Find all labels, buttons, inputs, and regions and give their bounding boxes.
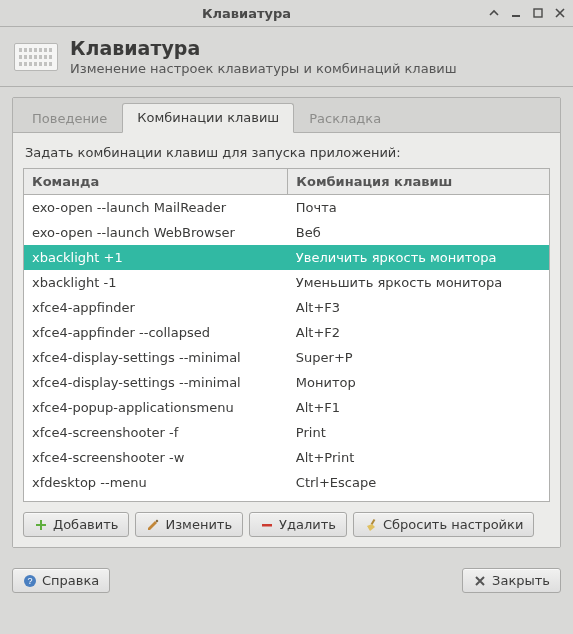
cell-command: xfce4-display-settings --minimal [24, 345, 288, 370]
table-row[interactable]: xfce4-popup-applicationsmenuAlt+F1 [24, 395, 549, 420]
action-buttons: Добавить Изменить Удалить [23, 512, 550, 537]
cell-shortcut: Alt+F3 [288, 295, 549, 320]
tab-bar: Поведение Комбинации клавиш Раскладка [13, 98, 560, 133]
title-bar: Клавиатура [0, 0, 573, 27]
reset-button[interactable]: Сбросить настройки [353, 512, 534, 537]
svg-rect-0 [512, 15, 520, 17]
page-subtitle: Изменение настроек клавиатуры и комбинац… [70, 61, 457, 76]
tabs-container: Поведение Комбинации клавиш Раскладка За… [12, 97, 561, 548]
minimize-button[interactable] [509, 6, 523, 20]
shade-button[interactable] [487, 6, 501, 20]
cell-shortcut: Alt+F2 [288, 320, 549, 345]
cell-shortcut: Уменьшить яркость монитора [288, 270, 549, 295]
broom-icon [364, 518, 378, 532]
add-button-label: Добавить [53, 517, 118, 532]
svg-rect-4 [156, 519, 159, 522]
reset-button-label: Сбросить настройки [383, 517, 523, 532]
cell-command: xfce4-screenshooter -f [24, 420, 288, 445]
header: Клавиатура Изменение настроек клавиатуры… [0, 27, 573, 87]
add-button[interactable]: Добавить [23, 512, 129, 537]
cell-shortcut: Монитор [288, 370, 549, 395]
col-command[interactable]: Команда [24, 169, 288, 195]
minus-icon [260, 518, 274, 532]
edit-button[interactable]: Изменить [135, 512, 243, 537]
cell-command: xfce4-display-settings --minimal [24, 370, 288, 395]
cell-command: xfce4-screenshooter -w [24, 445, 288, 470]
cell-shortcut: Ctrl+Escape [288, 470, 549, 495]
table-row[interactable]: xfce4-screenshooter -wAlt+Print [24, 445, 549, 470]
footer: ? Справка Закрыть [0, 558, 573, 605]
cell-command: xfce4-appfinder [24, 295, 288, 320]
tab-behaviour[interactable]: Поведение [17, 104, 122, 133]
keyboard-icon [14, 43, 58, 71]
remove-button[interactable]: Удалить [249, 512, 347, 537]
col-shortcut[interactable]: Комбинация клавиш [288, 169, 549, 195]
plus-icon [34, 518, 48, 532]
close-icon [473, 574, 487, 588]
pencil-icon [146, 518, 160, 532]
cell-command: xfce4-appfinder --collapsed [24, 320, 288, 345]
table-row[interactable]: xfce4-appfinder --collapsedAlt+F2 [24, 320, 549, 345]
content: Поведение Комбинации клавиш Раскладка За… [0, 87, 573, 558]
cell-shortcut: Alt+Print [288, 445, 549, 470]
svg-text:?: ? [27, 576, 32, 586]
svg-rect-1 [534, 9, 542, 17]
table-row[interactable]: xfdesktop --menuCtrl+Escape [24, 470, 549, 495]
window-title: Клавиатура [6, 6, 487, 21]
cell-shortcut: Alt+F1 [288, 395, 549, 420]
table-row[interactable]: xfce4-screenshooter -fPrint [24, 420, 549, 445]
maximize-button[interactable] [531, 6, 545, 20]
table-row[interactable]: xbacklight +1Увеличить яркость монитора [24, 245, 549, 270]
help-icon: ? [23, 574, 37, 588]
window-buttons [487, 6, 567, 20]
table-row[interactable]: xfce4-display-settings --minimalМонитор [24, 370, 549, 395]
edit-button-label: Изменить [165, 517, 232, 532]
cell-shortcut: Почта [288, 195, 549, 221]
tab-page-shortcuts: Задать комбинации клавиш для запуска при… [13, 133, 560, 547]
table-row[interactable]: xfce4-display-settings --minimalSuper+P [24, 345, 549, 370]
cell-shortcut: Веб [288, 220, 549, 245]
table-row[interactable]: exo-open --launch WebBrowserВеб [24, 220, 549, 245]
cell-command: xbacklight +1 [24, 245, 288, 270]
table-row[interactable]: xfce4-appfinderAlt+F3 [24, 295, 549, 320]
cell-command: xfce4-popup-applicationsmenu [24, 395, 288, 420]
close-button[interactable] [553, 6, 567, 20]
help-button-label: Справка [42, 573, 99, 588]
tab-shortcuts[interactable]: Комбинации клавиш [122, 103, 294, 133]
shortcuts-table: Команда Комбинация клавиш exo-open --lau… [24, 169, 549, 495]
shortcuts-table-wrap[interactable]: Команда Комбинация клавиш exo-open --lau… [23, 168, 550, 502]
table-row[interactable]: exo-open --launch MailReaderПочта [24, 195, 549, 221]
help-button[interactable]: ? Справка [12, 568, 110, 593]
cell-command: exo-open --launch MailReader [24, 195, 288, 221]
close-dialog-button-label: Закрыть [492, 573, 550, 588]
cell-shortcut: Print [288, 420, 549, 445]
instruction-label: Задать комбинации клавиш для запуска при… [25, 145, 550, 160]
cell-command: xfdesktop --menu [24, 470, 288, 495]
remove-button-label: Удалить [279, 517, 336, 532]
table-row[interactable]: xbacklight -1Уменьшить яркость монитора [24, 270, 549, 295]
svg-rect-3 [36, 524, 46, 526]
svg-rect-5 [262, 524, 272, 527]
tab-layout[interactable]: Раскладка [294, 104, 396, 133]
cell-shortcut: Super+P [288, 345, 549, 370]
page-title: Клавиатура [70, 37, 457, 59]
close-dialog-button[interactable]: Закрыть [462, 568, 561, 593]
header-text: Клавиатура Изменение настроек клавиатуры… [70, 37, 457, 76]
svg-rect-6 [371, 518, 376, 524]
cell-command: xbacklight -1 [24, 270, 288, 295]
cell-shortcut: Увеличить яркость монитора [288, 245, 549, 270]
cell-command: exo-open --launch WebBrowser [24, 220, 288, 245]
